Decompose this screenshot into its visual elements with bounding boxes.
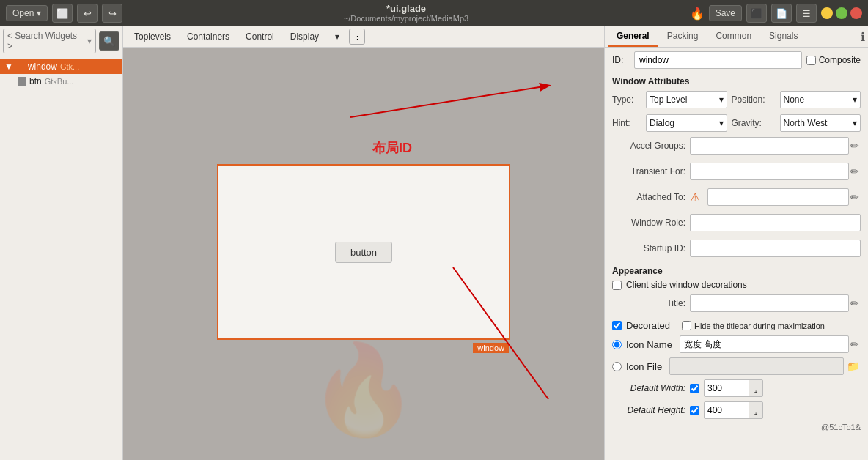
default-width-decrement[interactable]: – [749,380,762,388]
default-height-input[interactable] [705,402,749,418]
open-dropdown-arrow[interactable]: ▾ [37,8,41,18]
default-width-input[interactable] [705,380,749,396]
accel-groups-edit[interactable]: ✏ [849,140,861,152]
filter-control[interactable]: Control [239,29,281,44]
redo-button[interactable]: ↪ [102,4,122,23]
type-label: Type: [612,94,641,105]
hide-titlebar-checkbox[interactable] [682,321,691,330]
section-appearance: Appearance [605,263,868,278]
btn-icon [18,77,26,86]
title-edit[interactable]: ✏ [849,297,861,309]
menu-button[interactable]: ☰ [796,4,817,23]
default-height-checkbox[interactable] [690,406,699,415]
search-dropdown-arrow[interactable]: ▾ [87,36,92,46]
window-controls [821,7,862,19]
tab-packing[interactable]: Packing [658,26,707,47]
tab-signals[interactable]: Signals [760,26,806,47]
tab-common[interactable]: Common [707,26,760,47]
gravity-dropdown[interactable]: North West ▾ [780,114,861,132]
transient-for-edit[interactable]: ✏ [849,166,861,177]
default-height-label: Default Height: [612,405,685,415]
hide-titlebar-label: Hide the titlebar during maximization [694,322,825,330]
filter-display[interactable]: Display [284,29,326,44]
decorated-label: Decorated [626,320,670,331]
minimize-button[interactable] [821,7,833,19]
transient-for-label: Transient For: [612,166,685,177]
default-height-field: – + [704,401,763,419]
window-role-input[interactable] [690,214,861,231]
open-button[interactable]: Open ▾ [6,5,48,21]
glade-button-widget[interactable]: button [335,242,392,263]
expand-arrow: ▼ [4,62,13,72]
tree-item-window[interactable]: ▼ window Gtk... [0,59,122,74]
hint-dropdown[interactable]: Dialog ▾ [646,114,727,132]
tree-item-btn[interactable]: btn GtkBu... [0,74,122,89]
filter-toplevels[interactable]: Toplevels [128,29,177,44]
attached-to-row: Attached To: ⚠ ✏ [605,186,868,208]
glade-window-widget[interactable]: button window [217,164,510,340]
title-input[interactable] [690,294,849,312]
gravity-label: Gravity: [732,118,776,128]
canvas-area: Toplevels Containers Control Display ▾ ⋮… [123,26,604,460]
undo-button[interactable]: ↩ [77,4,98,23]
default-width-increment[interactable]: + [749,388,762,396]
id-input[interactable] [634,51,802,69]
filter-more-button[interactable]: ⋮ [349,29,365,45]
title-field: ✏ [690,294,861,312]
window-title: *ui.glade ~/Documents/myproject/MediaMp3 [127,3,685,24]
accel-groups-input[interactable] [690,137,849,155]
attached-to-input[interactable] [707,188,849,206]
close-button[interactable] [850,7,862,19]
startup-id-label: Startup ID: [612,243,685,253]
composite-checkbox[interactable] [806,56,816,65]
client-side-checkbox[interactable] [612,281,622,290]
type-dropdown[interactable]: Top Level ▾ [646,91,727,108]
id-row: ID: Composite [605,48,868,73]
filter-containers[interactable]: Containers [180,29,236,44]
accel-groups-field: ✏ [690,137,861,155]
hide-titlebar-row: Hide the titlebar during maximization [682,321,825,330]
save-button[interactable]: Save [709,5,742,21]
maximize-button[interactable] [836,7,847,19]
search-widgets-input[interactable]: < Search Widgets > ▾ [3,29,96,53]
widget-tree: ▼ window Gtk... btn GtkBu... [0,56,122,460]
help-icon[interactable]: ℹ [861,30,865,44]
search-label: < Search Widgets > [7,31,84,51]
titlebar: Open ▾ ⬜ ↩ ↪ *ui.glade ~/Documents/mypro… [0,0,868,26]
hint-dropdown-arrow: ▾ [719,118,724,128]
canvas-wrapper: 🔥 button window [123,48,604,456]
watermark: 🔥 [309,338,419,442]
title-label: Title: [612,298,685,308]
search-button[interactable]: 🔍 [99,31,119,51]
default-width-checkbox[interactable] [690,384,699,393]
tree-btn-name: btn [29,76,42,86]
filename: *ui.glade [386,3,426,14]
tab-general[interactable]: General [608,26,658,47]
icon-file-browse[interactable]: 📁 [845,360,861,372]
new-file-button[interactable]: ⬜ [52,4,73,23]
composite-label: Composite [819,55,861,65]
panel-tabs: General Packing Common Signals ℹ [605,26,868,48]
icon-file-row: Icon File 📁 [605,355,868,377]
transient-for-input[interactable] [690,163,849,180]
attached-to-label: Attached To: [612,192,685,202]
position-dropdown[interactable]: None ▾ [780,91,861,108]
filter-display-dropdown[interactable]: ▾ [328,29,346,44]
filter-toolbar: Toplevels Containers Control Display ▾ ⋮ [123,26,604,48]
left-panel: < Search Widgets > ▾ 🔍 ▼ window Gtk... b… [0,26,123,460]
decorated-checkbox[interactable] [612,321,622,330]
icon-name-input[interactable] [680,335,849,353]
icon-name-radio[interactable] [612,340,622,349]
default-height-increment[interactable]: + [749,410,762,418]
save-as-button[interactable]: ⬛ [746,4,767,23]
startup-id-input[interactable] [690,240,861,257]
canvas-content: 🔥 button window 布局I [123,48,604,456]
preferences-button[interactable]: 📄 [771,4,792,23]
icon-file-radio[interactable] [612,362,622,371]
transient-for-field: ✏ [690,163,861,180]
icon-file-label: Icon File [626,361,662,372]
icon-name-edit[interactable]: ✏ [849,338,861,350]
default-height-decrement[interactable]: – [749,402,762,410]
attached-to-edit[interactable]: ✏ [849,191,861,203]
icon-file-input[interactable] [669,357,844,375]
